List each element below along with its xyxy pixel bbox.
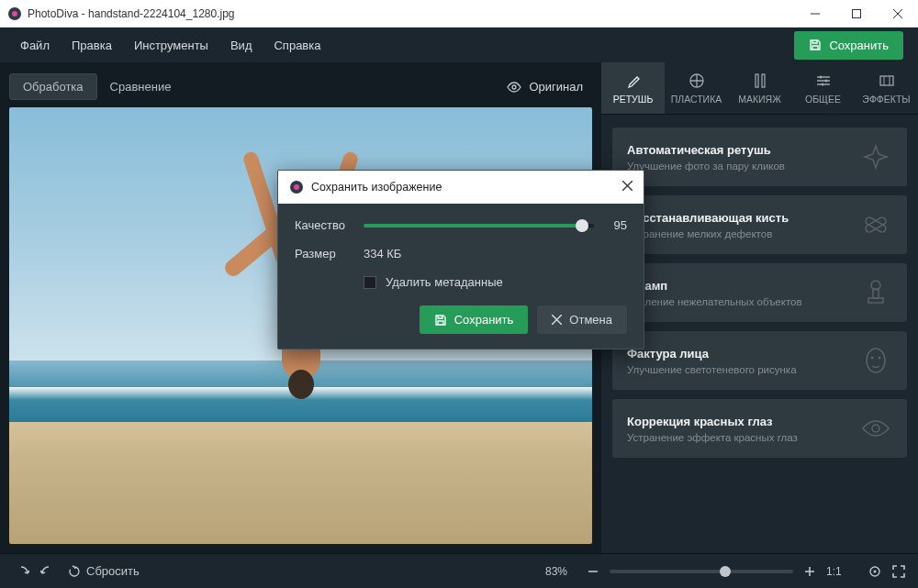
svg-point-12 xyxy=(821,83,823,86)
zoom-ratio[interactable]: 1:1 xyxy=(826,565,857,578)
original-button[interactable]: Оригинал xyxy=(498,74,592,100)
size-value: 334 КБ xyxy=(364,247,401,261)
menu-help[interactable]: Справка xyxy=(263,31,331,60)
tool-red-eye[interactable]: Коррекция красных глаз Устранение эффект… xyxy=(612,399,907,458)
menu-file[interactable]: Файл xyxy=(9,31,61,60)
cat-general[interactable]: ОБЩЕЕ xyxy=(791,62,855,114)
menubar: Файл Правка Инструменты Вид Справка Сохр… xyxy=(0,28,918,62)
tool-title: Автоматическая ретушь xyxy=(627,143,859,157)
svg-point-10 xyxy=(819,76,822,79)
stamp-icon xyxy=(859,276,892,309)
menu-edit[interactable]: Правка xyxy=(61,31,123,60)
makeup-icon xyxy=(751,72,769,90)
bandage-icon xyxy=(859,208,892,241)
cat-makeup[interactable]: МАКИЯЖ xyxy=(728,62,791,114)
tool-desc: Удаление нежелательных объектов xyxy=(627,296,859,307)
cat-retouch[interactable]: РЕТУШЬ xyxy=(601,62,665,114)
cat-label: МАКИЯЖ xyxy=(738,94,781,105)
nav-button[interactable] xyxy=(868,565,881,578)
svg-rect-3 xyxy=(852,9,860,17)
tool-title: Штамп xyxy=(627,279,859,293)
svg-point-6 xyxy=(512,85,516,89)
cat-label: ЭФФЕКТЫ xyxy=(862,94,910,105)
window-minimize[interactable] xyxy=(794,0,835,28)
remove-metadata-checkbox[interactable] xyxy=(364,276,376,289)
tool-desc: Устранение мелких дефектов xyxy=(627,228,859,239)
retouch-icon xyxy=(624,72,643,90)
save-button-label: Сохранить xyxy=(829,39,889,52)
dialog-titlebar: Сохранить изображение xyxy=(278,171,644,204)
svg-point-29 xyxy=(294,184,299,190)
svg-point-21 xyxy=(879,357,881,360)
tool-desc: Улучшение фото за пару кликов xyxy=(627,161,859,172)
sliders-icon xyxy=(814,72,833,90)
dialog-save-label: Сохранить xyxy=(454,313,514,327)
tab-edit[interactable]: Обработка xyxy=(9,73,97,100)
tool-title: Восстанавливающая кисть xyxy=(627,211,859,225)
svg-point-11 xyxy=(824,80,827,83)
quality-label: Качество xyxy=(295,218,364,232)
zoom-in[interactable] xyxy=(804,566,815,577)
side-panel: РЕТУШЬ ПЛАСТИКА МАКИЯЖ ОБЩЕЕ ЭФФЕКТЫ xyxy=(601,62,918,553)
tab-compare[interactable]: Сравнение xyxy=(97,74,185,99)
cat-plastic[interactable]: ПЛАСТИКА xyxy=(665,62,728,114)
canvas-tabs: Обработка Сравнение Оригинал xyxy=(9,73,592,100)
svg-rect-13 xyxy=(880,76,893,85)
dialog-cancel-button[interactable]: Отмена xyxy=(537,305,627,334)
svg-rect-9 xyxy=(762,74,765,87)
original-button-label: Оригинал xyxy=(529,80,583,94)
app-logo-icon xyxy=(7,6,22,21)
dialog-save-button[interactable]: Сохранить xyxy=(420,305,529,334)
tools-list: Автоматическая ретушь Улучшение фото за … xyxy=(601,115,918,471)
face-icon xyxy=(859,344,892,377)
menu-view[interactable]: Вид xyxy=(219,31,263,60)
eye-icon xyxy=(507,80,521,94)
plastic-icon xyxy=(688,72,706,90)
sparkle-icon xyxy=(859,140,892,173)
category-tabs: РЕТУШЬ ПЛАСТИКА МАКИЯЖ ОБЩЕЕ ЭФФЕКТЫ xyxy=(601,62,918,115)
save-button[interactable]: Сохранить xyxy=(794,31,903,60)
cat-effects[interactable]: ЭФФЕКТЫ xyxy=(855,62,918,114)
tool-desc: Улучшение светотеневого рисунка xyxy=(627,364,859,375)
dialog-cancel-label: Отмена xyxy=(569,313,612,327)
remove-metadata-label: Удалить метаданные xyxy=(386,275,503,289)
menu-tools[interactable]: Инструменты xyxy=(123,31,219,60)
reset-label: Сбросить xyxy=(86,564,140,578)
svg-rect-8 xyxy=(756,74,758,87)
zoom-out[interactable] xyxy=(588,566,599,577)
window-titlebar: PhotoDiva - handstand-2224104_1280.jpg xyxy=(0,0,918,28)
window-close[interactable] xyxy=(877,0,918,28)
tool-face-texture[interactable]: Фактура лица Улучшение светотеневого рис… xyxy=(612,331,907,390)
tool-title: Фактура лица xyxy=(627,347,859,361)
svg-point-1 xyxy=(12,11,17,17)
svg-rect-15 xyxy=(865,216,888,234)
cat-label: ОБЩЕЕ xyxy=(805,94,841,105)
dialog-title: Сохранить изображение xyxy=(311,181,442,194)
redo-button[interactable] xyxy=(40,565,57,578)
reset-icon xyxy=(68,565,81,578)
undo-button[interactable] xyxy=(13,565,29,578)
quality-value: 95 xyxy=(605,218,627,232)
cat-label: РЕТУШЬ xyxy=(613,94,654,105)
svg-point-19 xyxy=(867,349,885,372)
fullscreen-button[interactable] xyxy=(892,565,905,578)
svg-point-27 xyxy=(874,570,877,572)
tool-auto-retouch[interactable]: Автоматическая ретушь Улучшение фото за … xyxy=(612,128,907,186)
reset-button[interactable]: Сбросить xyxy=(68,564,140,578)
window-maximize[interactable] xyxy=(835,0,877,28)
window-title: PhotoDiva - handstand-2224104_1280.jpg xyxy=(28,7,794,20)
size-label: Размер xyxy=(295,247,364,261)
quality-slider[interactable] xyxy=(364,224,594,227)
bottom-bar: Сбросить 83% 1:1 xyxy=(0,553,918,588)
save-icon xyxy=(434,314,447,327)
effects-icon xyxy=(878,72,896,90)
zoom-slider[interactable] xyxy=(610,570,793,573)
dialog-close[interactable] xyxy=(622,181,633,194)
close-icon xyxy=(552,315,562,325)
tool-desc: Устранение эффекта красных глаз xyxy=(627,432,859,443)
svg-point-20 xyxy=(871,357,874,360)
tool-stamp[interactable]: Штамп Удаление нежелательных объектов xyxy=(612,263,907,322)
save-icon xyxy=(809,39,822,51)
fullscreen-icon xyxy=(892,565,905,578)
tool-healing-brush[interactable]: Восстанавливающая кисть Устранение мелки… xyxy=(612,195,907,254)
